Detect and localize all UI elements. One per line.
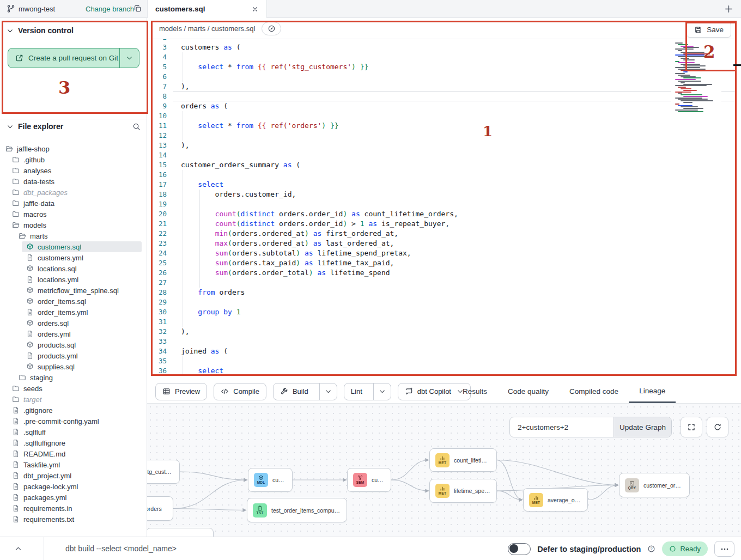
copy-branch-icon[interactable] bbox=[133, 4, 142, 13]
more-options-button[interactable] bbox=[714, 541, 734, 557]
code-line-18[interactable]: 18 orders.customer_id, bbox=[147, 190, 737, 199]
lint-main[interactable]: Lint bbox=[344, 384, 369, 400]
code-line-5[interactable]: 5 select * from {{ ref('stg_customers') … bbox=[147, 62, 737, 72]
file-tree-item-products-yml[interactable]: products.yml bbox=[22, 350, 147, 361]
version-control-header[interactable]: Version control bbox=[7, 26, 74, 35]
code-line-14[interactable]: 14 bbox=[147, 150, 737, 160]
file-tree-item-dbt-project-yml[interactable]: dbt_project.yml bbox=[8, 470, 147, 481]
file-tree-item-packages-yml[interactable]: packages.yml bbox=[8, 492, 147, 503]
file-tree-item-models[interactable]: models bbox=[8, 220, 147, 230]
file-tree-item--pre-commit-config-yaml[interactable]: .pre-commit-config.yaml bbox=[8, 416, 147, 427]
code-line-35[interactable]: 35 bbox=[147, 356, 737, 366]
lineage-node-count_lifetime_orders[interactable]: METcount_lifetime_orders bbox=[429, 448, 497, 472]
file-tree-item-jaffle-shop[interactable]: jaffle-shop bbox=[1, 143, 147, 154]
code-line-17[interactable]: 17 select bbox=[147, 180, 737, 190]
file-tree-item-package-lock-yml[interactable]: package-lock.yml bbox=[8, 481, 147, 492]
lineage-node-test_order_items[interactable]: TSTtest_order_items_compute_to_bools… bbox=[247, 498, 347, 522]
file-tree-item-order-items-sql[interactable]: order_items.sql bbox=[22, 296, 147, 307]
code-line-8[interactable]: 8 bbox=[147, 92, 737, 101]
expand-command-bar-icon[interactable] bbox=[14, 545, 22, 553]
command-input[interactable]: dbt build --select <model_name> bbox=[65, 537, 177, 560]
code-line-12[interactable]: 12 bbox=[147, 131, 737, 141]
file-tree-item-locations-sql[interactable]: locations.sql bbox=[22, 263, 147, 274]
lineage-node-average_order_value[interactable]: METaverage_order_value bbox=[523, 488, 588, 512]
code-line-28[interactable]: 28 from orders bbox=[147, 288, 737, 297]
lineage-node-customers_semantic[interactable]: SEMcustomers bbox=[347, 468, 391, 492]
code-line-36[interactable]: 36 select bbox=[147, 366, 737, 376]
close-tab-icon[interactable] bbox=[251, 5, 259, 13]
code-line-23[interactable]: 23 max(orders.ordered_at) as last_ordere… bbox=[147, 239, 737, 248]
code-line-26[interactable]: 26 sum(orders.order_total) as lifetime_s… bbox=[147, 268, 737, 278]
change-branch-link[interactable]: Change branch bbox=[86, 5, 134, 13]
file-tree-item-supplies-sql[interactable]: supplies.sql bbox=[22, 361, 147, 372]
code-line-9[interactable]: 9orders as ( bbox=[147, 101, 737, 111]
code-line-27[interactable]: 27 bbox=[147, 278, 737, 288]
search-icon[interactable] bbox=[132, 123, 141, 131]
code-line-32[interactable]: 32), bbox=[147, 327, 737, 337]
tab-code-quality[interactable]: Code quality bbox=[497, 380, 559, 403]
preview-button[interactable]: Preview bbox=[155, 383, 207, 400]
file-tree-item-order-items-yml[interactable]: order_items.yml bbox=[22, 307, 147, 318]
code-line-22[interactable]: 22 min(orders.ordered_at) as first_order… bbox=[147, 229, 737, 239]
build-button[interactable]: Build bbox=[273, 383, 337, 400]
editor-tab-customers-sql[interactable]: customers.sql bbox=[147, 0, 267, 18]
defer-toggle[interactable] bbox=[508, 543, 531, 555]
lineage-node-orders[interactable]: MDLorders bbox=[147, 496, 173, 521]
file-tree-item-staging[interactable]: staging bbox=[14, 372, 147, 383]
code-line-3[interactable]: 3customers as ( bbox=[147, 42, 737, 52]
new-tab-icon[interactable] bbox=[724, 4, 733, 14]
lineage-node-partial_node[interactable] bbox=[147, 528, 214, 537]
code-editor[interactable]: 23customers as (45 select * from {{ ref(… bbox=[147, 39, 737, 376]
code-line-29[interactable]: 29 bbox=[147, 297, 737, 307]
code-line-30[interactable]: 30 group by 1 bbox=[147, 307, 737, 317]
code-line-7[interactable]: 7), bbox=[147, 82, 737, 92]
file-tree-item-macros[interactable]: macros bbox=[8, 209, 147, 220]
file-tree-item-requirements-in[interactable]: requirements.in bbox=[8, 503, 147, 514]
file-tree-item--github[interactable]: .github bbox=[8, 154, 147, 165]
tab-results[interactable]: Results bbox=[452, 380, 497, 403]
code-line-33[interactable]: 33 bbox=[147, 337, 737, 346]
lint-button[interactable]: Lint bbox=[344, 383, 391, 400]
file-tree-item-data-tests[interactable]: data-tests bbox=[8, 176, 147, 187]
file-explorer-header[interactable]: File explorer bbox=[7, 122, 141, 131]
code-line-6[interactable]: 6 bbox=[147, 72, 737, 82]
file-tree-item-requirements-txt[interactable]: requirements.txt bbox=[8, 514, 147, 525]
create-pull-request-button[interactable]: Create a pull request on Git… bbox=[8, 48, 139, 68]
code-line-10[interactable]: 10 bbox=[147, 111, 737, 121]
file-tree-item-readme-md[interactable]: README.md bbox=[8, 448, 147, 459]
lineage-selector-input[interactable]: 2+customers+2 bbox=[510, 417, 614, 437]
lineage-panel[interactable]: MDLstg_customersMDLordersMDLcustomersTST… bbox=[147, 403, 741, 537]
lineage-node-stg_customers[interactable]: MDLstg_customers bbox=[147, 460, 180, 484]
code-line-11[interactable]: 11 select * from {{ ref('orders') }} bbox=[147, 121, 737, 131]
code-line-16[interactable]: 16 bbox=[147, 170, 737, 180]
file-tree-item-locations-yml[interactable]: locations.yml bbox=[22, 274, 147, 285]
tab-lineage[interactable]: Lineage bbox=[629, 380, 676, 403]
file-tree-item-dbt-packages[interactable]: dbt_packages bbox=[8, 187, 147, 198]
code-line-20[interactable]: 20 count(distinct orders.order_id) as co… bbox=[147, 209, 737, 219]
file-tree-item-marts[interactable]: marts bbox=[14, 230, 147, 241]
minimap[interactable] bbox=[671, 41, 721, 107]
lineage-node-lifetime_spend_pretax[interactable]: METlifetime_spend_pretax bbox=[429, 479, 497, 503]
update-graph-button[interactable]: Update Graph bbox=[614, 417, 671, 437]
file-tree-item--sqlfluffignore[interactable]: .sqlfluffignore bbox=[8, 437, 147, 448]
fullscreen-button[interactable] bbox=[681, 417, 702, 437]
code-line-15[interactable]: 15customer_orders_summary as ( bbox=[147, 160, 737, 170]
lineage-compass-button[interactable] bbox=[262, 22, 281, 35]
code-line-31[interactable]: 31 bbox=[147, 317, 737, 327]
file-tree-item-target[interactable]: target bbox=[8, 394, 147, 405]
file-tree-item-orders-yml[interactable]: orders.yml bbox=[22, 328, 147, 339]
build-main[interactable]: Build bbox=[274, 384, 315, 400]
code-line-13[interactable]: 13), bbox=[147, 141, 737, 150]
file-tree-item-jaffle-data[interactable]: jaffle-data bbox=[8, 198, 147, 209]
save-button[interactable]: Save bbox=[687, 22, 731, 38]
code-line-4[interactable]: 4 bbox=[147, 52, 737, 62]
code-line-25[interactable]: 25 sum(orders.tax_paid) as lifetime_tax_… bbox=[147, 258, 737, 268]
help-icon[interactable]: ? bbox=[647, 545, 655, 553]
lineage-node-customer_order_metrics[interactable]: QRYcustomer_order_metrics bbox=[619, 473, 690, 497]
compile-button[interactable]: Compile bbox=[214, 383, 266, 400]
create-pull-request-dropdown[interactable] bbox=[119, 48, 139, 68]
file-tree-item-products-sql[interactable]: products.sql bbox=[22, 339, 147, 350]
code-line-19[interactable]: 19 bbox=[147, 199, 737, 209]
code-line-21[interactable]: 21 count(distinct orders.order_id) > 1 a… bbox=[147, 219, 737, 229]
file-tree-item--gitignore[interactable]: .gitignore bbox=[8, 405, 147, 416]
